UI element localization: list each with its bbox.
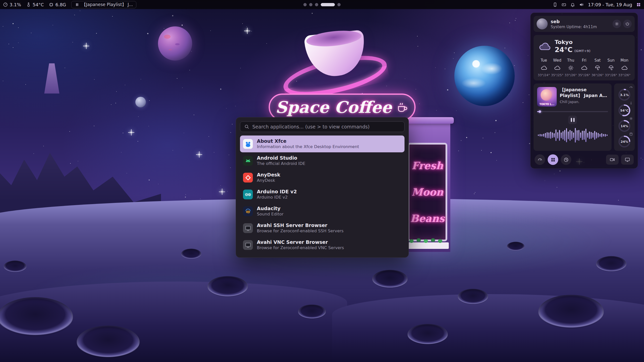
- mem-gauge[interactable]: 14%: [617, 117, 631, 133]
- power-icon: [625, 22, 630, 26]
- forecast-day: Wed: [550, 58, 564, 63]
- album-art-label: TOKYO L...: [537, 103, 557, 106]
- album-art[interactable]: TOKYO L...: [537, 87, 557, 107]
- workspace-dot[interactable]: [337, 3, 341, 6]
- launcher-item[interactable]: Arduino IDE v2Arduino IDE v2: [240, 186, 405, 203]
- forecast-cloud-icon: [550, 64, 564, 72]
- user-avatar[interactable]: [537, 18, 548, 29]
- cpu-value: 3.1%: [10, 2, 21, 7]
- app-name: Avahi VNC Server Browser: [257, 239, 344, 245]
- launcher-item[interactable]: Avahi VNC Server BrowserBrowse for Zeroc…: [240, 237, 405, 253]
- workspace-active[interactable]: [321, 3, 335, 6]
- forecast-temps: 33°/26°: [564, 73, 577, 77]
- memory-indicator[interactable]: 6.8G: [49, 2, 66, 7]
- app-description: Sound Editor: [257, 212, 284, 217]
- temperature-indicator[interactable]: 54°C: [26, 2, 44, 7]
- gear-icon: [615, 22, 619, 26]
- weather-forecast: TueWedThuFriSatSunMon33°/24°35°/25°33°/2…: [537, 58, 631, 77]
- forecast-day: Sat: [591, 58, 604, 63]
- launcher-search[interactable]: [240, 121, 405, 132]
- small-moon: [135, 97, 146, 107]
- track-progress-bar[interactable]: [537, 111, 608, 112]
- app-name: Arduino IDE v2: [257, 189, 297, 195]
- monitor-icon: [625, 157, 630, 162]
- theme-button[interactable]: [561, 154, 571, 165]
- app-description: AnyDesk: [257, 178, 280, 183]
- pause-button[interactable]: [568, 116, 577, 124]
- app-description: The official Android IDE: [257, 161, 305, 166]
- launcher-item[interactable]: About XfceInformation about the Xfce Des…: [240, 135, 405, 152]
- workspace-dot[interactable]: [315, 3, 318, 6]
- android-app-icon: [243, 156, 253, 166]
- settings-button[interactable]: [613, 20, 621, 28]
- neon-sign: Space Coffee: [269, 94, 416, 121]
- window-neon-text: Beans: [409, 212, 446, 224]
- forecast-temps: 36°/26°: [591, 73, 604, 77]
- volume-icon[interactable]: [579, 2, 584, 7]
- anydesk-app-icon: [243, 173, 253, 183]
- forecast-rain-icon: [591, 64, 604, 72]
- music-player-card: TOKYO L... 【Japanese Playlist】 Japan All…: [534, 83, 612, 151]
- system-gauges: 3.1%54°C14%24%: [614, 83, 635, 151]
- launcher-item[interactable]: AnyDeskAnyDesk: [240, 169, 405, 186]
- track-artist: Chill Japan.: [560, 100, 608, 104]
- search-input[interactable]: [252, 124, 400, 129]
- forecast-cloud-icon: [537, 64, 550, 72]
- cpu-gauge-icon: [3, 2, 8, 7]
- avahi-app-icon: [243, 223, 253, 233]
- weather-cloud-icon: [538, 41, 551, 52]
- clock[interactable]: 17:09 - Tue, 19 Aug: [588, 2, 632, 7]
- steaming-cup-icon: [396, 101, 409, 114]
- launcher-item[interactable]: Android StudioThe official Android IDE: [240, 152, 405, 169]
- launcher-results: About XfceInformation about the Xfce Des…: [240, 135, 405, 253]
- weather-timezone: (GMT+9): [574, 49, 590, 53]
- window-planter: [406, 242, 449, 249]
- system-uptime: System Uptime: 4h11m: [551, 25, 597, 29]
- avahi-app-icon: [243, 240, 253, 250]
- notification-bell-icon[interactable]: [570, 2, 575, 7]
- workspace-indicator[interactable]: [303, 3, 341, 6]
- weather-temperature: 24°C: [555, 46, 573, 54]
- phone-link-icon[interactable]: [553, 2, 557, 7]
- weather-city: Tokyo: [555, 39, 590, 45]
- disk-gauge[interactable]: 24%: [617, 133, 631, 148]
- widgets-button[interactable]: [548, 154, 558, 165]
- cpu-gauge[interactable]: 3.1%: [617, 86, 631, 102]
- window-neon-text: Moon: [409, 186, 446, 198]
- launcher-item[interactable]: AudacitySound Editor: [240, 203, 405, 220]
- cpu-indicator[interactable]: 3.1%: [3, 2, 21, 7]
- top-bar: 3.1% 54°C 6.8G 【Japanese Playlist】 J... …: [0, 0, 644, 9]
- screen-record-button[interactable]: [606, 155, 619, 165]
- performance-button[interactable]: [535, 154, 545, 165]
- workspace-dot[interactable]: [303, 3, 307, 6]
- app-name: AnyDesk: [257, 172, 280, 178]
- palette-icon: [564, 157, 569, 162]
- app-name: Avahi SSH Server Browser: [257, 222, 344, 229]
- video-camera-icon: [610, 157, 615, 162]
- app-grid-icon[interactable]: [636, 2, 641, 7]
- app-description: Information about the Xfce Desktop Envir…: [257, 144, 359, 150]
- gauge-value: 24%: [617, 135, 631, 148]
- forecast-day: Mon: [618, 58, 631, 63]
- now-playing-widget[interactable]: 【Japanese Playlist】 J...: [71, 1, 137, 8]
- app-description: Browse for Zeroconf-enabled SSH Servers: [257, 229, 344, 234]
- control-panel: seb System Uptime: 4h11m Tokyo 24°C (GMT…: [530, 13, 638, 169]
- memory-value: 6.8G: [55, 2, 66, 7]
- app-description: Browse for Zeroconf-enabled VNC Servers: [257, 245, 344, 251]
- progress-handle[interactable]: [539, 110, 541, 113]
- power-button[interactable]: [623, 20, 632, 28]
- now-playing-text: 【Japanese Playlist】 J...: [82, 2, 133, 8]
- memory-chip-icon: [49, 2, 54, 7]
- network-icon[interactable]: [561, 2, 566, 7]
- forecast-day: Thu: [564, 58, 577, 63]
- temp-gauge[interactable]: 54°C: [617, 102, 631, 117]
- window-neon-text: Fresh: [409, 160, 446, 171]
- panel-footer: [534, 154, 635, 165]
- thermometer-icon: [26, 2, 31, 7]
- display-button[interactable]: [621, 155, 634, 165]
- purple-planet: [158, 26, 192, 61]
- workspace-dot[interactable]: [309, 3, 312, 6]
- launcher-item[interactable]: Avahi SSH Server BrowserBrowse for Zeroc…: [240, 220, 405, 237]
- speedometer-icon: [537, 157, 543, 162]
- forecast-day: Sun: [604, 58, 618, 63]
